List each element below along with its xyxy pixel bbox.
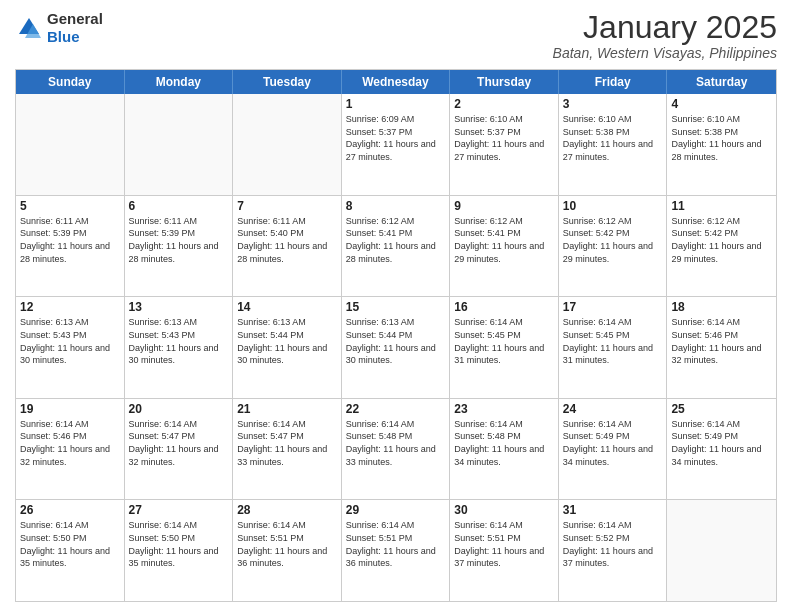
logo-text: General Blue xyxy=(47,10,103,46)
day-number: 5 xyxy=(20,199,120,213)
day-number: 12 xyxy=(20,300,120,314)
logo-blue: Blue xyxy=(47,28,80,45)
day-number: 29 xyxy=(346,503,446,517)
day-number: 9 xyxy=(454,199,554,213)
day-cell-15: 15Sunrise: 6:13 AM Sunset: 5:44 PM Dayli… xyxy=(342,297,451,398)
day-cell-19: 19Sunrise: 6:14 AM Sunset: 5:46 PM Dayli… xyxy=(16,399,125,500)
day-number: 19 xyxy=(20,402,120,416)
cell-info: Sunrise: 6:11 AM Sunset: 5:39 PM Dayligh… xyxy=(129,215,229,265)
header: General Blue January 2025 Batan, Western… xyxy=(15,10,777,61)
cell-info: Sunrise: 6:10 AM Sunset: 5:37 PM Dayligh… xyxy=(454,113,554,163)
day-number: 15 xyxy=(346,300,446,314)
day-header-wednesday: Wednesday xyxy=(342,70,451,94)
cell-info: Sunrise: 6:14 AM Sunset: 5:47 PM Dayligh… xyxy=(129,418,229,468)
cell-info: Sunrise: 6:14 AM Sunset: 5:51 PM Dayligh… xyxy=(237,519,337,569)
day-cell-13: 13Sunrise: 6:13 AM Sunset: 5:43 PM Dayli… xyxy=(125,297,234,398)
day-cell-4: 4Sunrise: 6:10 AM Sunset: 5:38 PM Daylig… xyxy=(667,94,776,195)
day-number: 8 xyxy=(346,199,446,213)
cell-info: Sunrise: 6:13 AM Sunset: 5:43 PM Dayligh… xyxy=(129,316,229,366)
day-cell-25: 25Sunrise: 6:14 AM Sunset: 5:49 PM Dayli… xyxy=(667,399,776,500)
cell-info: Sunrise: 6:14 AM Sunset: 5:48 PM Dayligh… xyxy=(454,418,554,468)
day-number: 1 xyxy=(346,97,446,111)
day-cell-6: 6Sunrise: 6:11 AM Sunset: 5:39 PM Daylig… xyxy=(125,196,234,297)
cell-info: Sunrise: 6:13 AM Sunset: 5:44 PM Dayligh… xyxy=(346,316,446,366)
location-title: Batan, Western Visayas, Philippines xyxy=(553,45,777,61)
day-cell-1: 1Sunrise: 6:09 AM Sunset: 5:37 PM Daylig… xyxy=(342,94,451,195)
cell-info: Sunrise: 6:12 AM Sunset: 5:42 PM Dayligh… xyxy=(563,215,663,265)
day-header-sunday: Sunday xyxy=(16,70,125,94)
day-number: 24 xyxy=(563,402,663,416)
day-number: 18 xyxy=(671,300,772,314)
day-header-tuesday: Tuesday xyxy=(233,70,342,94)
cell-info: Sunrise: 6:11 AM Sunset: 5:40 PM Dayligh… xyxy=(237,215,337,265)
day-number: 22 xyxy=(346,402,446,416)
cell-info: Sunrise: 6:12 AM Sunset: 5:41 PM Dayligh… xyxy=(454,215,554,265)
day-header-saturday: Saturday xyxy=(667,70,776,94)
calendar: SundayMondayTuesdayWednesdayThursdayFrid… xyxy=(15,69,777,602)
day-header-friday: Friday xyxy=(559,70,668,94)
header-right: January 2025 Batan, Western Visayas, Phi… xyxy=(553,10,777,61)
day-number: 11 xyxy=(671,199,772,213)
cell-info: Sunrise: 6:12 AM Sunset: 5:42 PM Dayligh… xyxy=(671,215,772,265)
day-number: 16 xyxy=(454,300,554,314)
cell-info: Sunrise: 6:14 AM Sunset: 5:48 PM Dayligh… xyxy=(346,418,446,468)
cell-info: Sunrise: 6:09 AM Sunset: 5:37 PM Dayligh… xyxy=(346,113,446,163)
day-cell-21: 21Sunrise: 6:14 AM Sunset: 5:47 PM Dayli… xyxy=(233,399,342,500)
day-cell-2: 2Sunrise: 6:10 AM Sunset: 5:37 PM Daylig… xyxy=(450,94,559,195)
day-cell-11: 11Sunrise: 6:12 AM Sunset: 5:42 PM Dayli… xyxy=(667,196,776,297)
cell-info: Sunrise: 6:14 AM Sunset: 5:51 PM Dayligh… xyxy=(454,519,554,569)
cell-info: Sunrise: 6:14 AM Sunset: 5:46 PM Dayligh… xyxy=(671,316,772,366)
day-cell-7: 7Sunrise: 6:11 AM Sunset: 5:40 PM Daylig… xyxy=(233,196,342,297)
cell-info: Sunrise: 6:14 AM Sunset: 5:51 PM Dayligh… xyxy=(346,519,446,569)
cell-info: Sunrise: 6:11 AM Sunset: 5:39 PM Dayligh… xyxy=(20,215,120,265)
day-cell-5: 5Sunrise: 6:11 AM Sunset: 5:39 PM Daylig… xyxy=(16,196,125,297)
day-number: 25 xyxy=(671,402,772,416)
week-row-2: 5Sunrise: 6:11 AM Sunset: 5:39 PM Daylig… xyxy=(16,195,776,297)
week-row-4: 19Sunrise: 6:14 AM Sunset: 5:46 PM Dayli… xyxy=(16,398,776,500)
day-number: 17 xyxy=(563,300,663,314)
empty-cell xyxy=(233,94,342,195)
day-cell-28: 28Sunrise: 6:14 AM Sunset: 5:51 PM Dayli… xyxy=(233,500,342,601)
empty-cell xyxy=(16,94,125,195)
cell-info: Sunrise: 6:10 AM Sunset: 5:38 PM Dayligh… xyxy=(671,113,772,163)
day-cell-22: 22Sunrise: 6:14 AM Sunset: 5:48 PM Dayli… xyxy=(342,399,451,500)
day-number: 10 xyxy=(563,199,663,213)
day-cell-8: 8Sunrise: 6:12 AM Sunset: 5:41 PM Daylig… xyxy=(342,196,451,297)
day-cell-26: 26Sunrise: 6:14 AM Sunset: 5:50 PM Dayli… xyxy=(16,500,125,601)
day-number: 30 xyxy=(454,503,554,517)
day-cell-12: 12Sunrise: 6:13 AM Sunset: 5:43 PM Dayli… xyxy=(16,297,125,398)
logo-general: General xyxy=(47,10,103,27)
cell-info: Sunrise: 6:13 AM Sunset: 5:44 PM Dayligh… xyxy=(237,316,337,366)
logo: General Blue xyxy=(15,10,103,46)
day-cell-14: 14Sunrise: 6:13 AM Sunset: 5:44 PM Dayli… xyxy=(233,297,342,398)
day-number: 31 xyxy=(563,503,663,517)
day-cell-9: 9Sunrise: 6:12 AM Sunset: 5:41 PM Daylig… xyxy=(450,196,559,297)
day-cell-23: 23Sunrise: 6:14 AM Sunset: 5:48 PM Dayli… xyxy=(450,399,559,500)
calendar-header: SundayMondayTuesdayWednesdayThursdayFrid… xyxy=(16,70,776,94)
day-cell-27: 27Sunrise: 6:14 AM Sunset: 5:50 PM Dayli… xyxy=(125,500,234,601)
day-cell-17: 17Sunrise: 6:14 AM Sunset: 5:45 PM Dayli… xyxy=(559,297,668,398)
page: General Blue January 2025 Batan, Western… xyxy=(0,0,792,612)
day-cell-20: 20Sunrise: 6:14 AM Sunset: 5:47 PM Dayli… xyxy=(125,399,234,500)
day-cell-30: 30Sunrise: 6:14 AM Sunset: 5:51 PM Dayli… xyxy=(450,500,559,601)
day-cell-10: 10Sunrise: 6:12 AM Sunset: 5:42 PM Dayli… xyxy=(559,196,668,297)
cell-info: Sunrise: 6:12 AM Sunset: 5:41 PM Dayligh… xyxy=(346,215,446,265)
cell-info: Sunrise: 6:13 AM Sunset: 5:43 PM Dayligh… xyxy=(20,316,120,366)
cell-info: Sunrise: 6:14 AM Sunset: 5:46 PM Dayligh… xyxy=(20,418,120,468)
day-cell-16: 16Sunrise: 6:14 AM Sunset: 5:45 PM Dayli… xyxy=(450,297,559,398)
cell-info: Sunrise: 6:14 AM Sunset: 5:45 PM Dayligh… xyxy=(563,316,663,366)
day-cell-24: 24Sunrise: 6:14 AM Sunset: 5:49 PM Dayli… xyxy=(559,399,668,500)
empty-cell xyxy=(125,94,234,195)
day-number: 21 xyxy=(237,402,337,416)
cell-info: Sunrise: 6:14 AM Sunset: 5:45 PM Dayligh… xyxy=(454,316,554,366)
logo-icon xyxy=(15,14,43,42)
day-number: 14 xyxy=(237,300,337,314)
day-number: 28 xyxy=(237,503,337,517)
cell-info: Sunrise: 6:14 AM Sunset: 5:52 PM Dayligh… xyxy=(563,519,663,569)
month-title: January 2025 xyxy=(553,10,777,45)
week-row-5: 26Sunrise: 6:14 AM Sunset: 5:50 PM Dayli… xyxy=(16,499,776,601)
day-cell-29: 29Sunrise: 6:14 AM Sunset: 5:51 PM Dayli… xyxy=(342,500,451,601)
day-header-monday: Monday xyxy=(125,70,234,94)
week-row-3: 12Sunrise: 6:13 AM Sunset: 5:43 PM Dayli… xyxy=(16,296,776,398)
day-number: 20 xyxy=(129,402,229,416)
